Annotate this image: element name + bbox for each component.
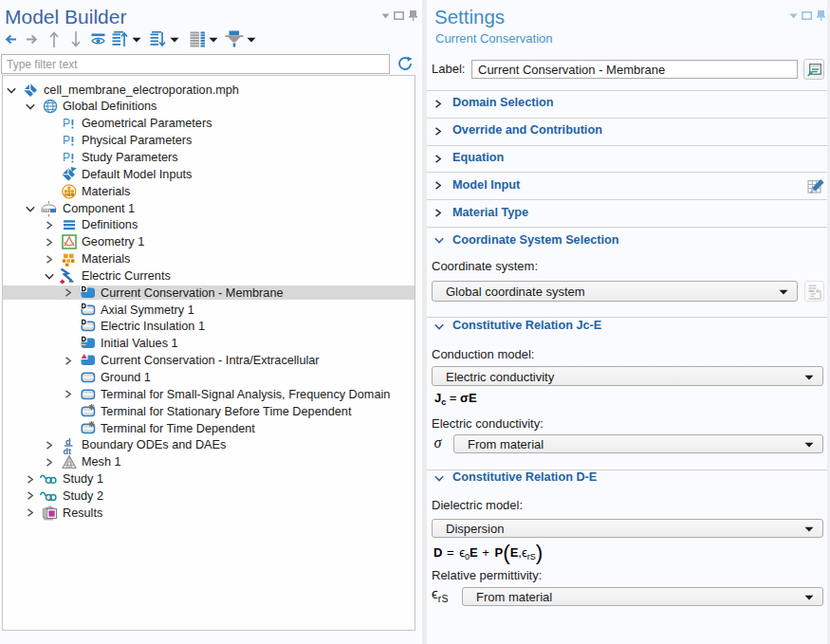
svg-text:P: P xyxy=(63,134,70,147)
svg-text:d: d xyxy=(65,437,71,447)
svg-text:P: P xyxy=(63,151,70,164)
svg-text:P: P xyxy=(63,117,70,130)
